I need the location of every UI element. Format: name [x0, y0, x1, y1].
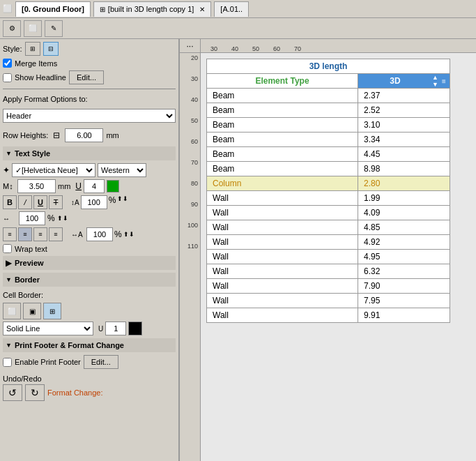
ruler-h-mark-70: 70 [287, 45, 308, 52]
cell-value: 2.52 [358, 103, 450, 118]
border-none-btn[interactable]: ⬜ [3, 303, 21, 319]
cell-value: 4.09 [358, 206, 450, 220]
char-spacing-input[interactable] [19, 211, 45, 225]
grid-view-btn[interactable]: ⊞ [25, 42, 40, 56]
table-body: Beam2.37Beam2.52Beam3.10Beam3.34Beam4.45… [207, 89, 450, 323]
table-row[interactable]: Wall7.95 [207, 294, 450, 308]
scroll-down-icon[interactable]: ▼ [432, 81, 438, 88]
table-row[interactable]: Beam4.45 [207, 147, 450, 162]
preview-section[interactable]: ▶ Preview [3, 256, 176, 270]
apply-format-select[interactable]: Header [3, 109, 176, 123]
charset-select[interactable]: Western [98, 163, 146, 177]
headline-edit-btn[interactable]: Edit... [69, 70, 104, 84]
enable-footer-checkbox[interactable] [3, 358, 12, 367]
cell-border-label: Cell Border: [3, 291, 43, 299]
merge-items-checkbox[interactable] [3, 59, 12, 68]
col-header-3d-wrapper: 3D ▲ ▼ ≡ [358, 74, 450, 89]
tab-3d-length[interactable]: ⊞ [built in 3D length copy 1] ✕ [93, 1, 212, 17]
cell-type: Beam [207, 162, 358, 176]
cell-type: Beam [207, 147, 358, 162]
left-panel: Style: ⊞ ⊟ Merge Items Show Headline Edi… [0, 39, 180, 461]
cell-type: Beam [207, 103, 358, 118]
table-row[interactable]: Wall4.09 [207, 206, 450, 220]
footer-edit-btn[interactable]: Edit... [84, 355, 118, 369]
tab-a01[interactable]: [A.01.. [214, 1, 249, 17]
table-row[interactable]: Wall1.99 [207, 191, 450, 206]
table-row[interactable]: Wall4.95 [207, 250, 450, 264]
border-color-swatch[interactable] [128, 322, 142, 335]
footer-section-header[interactable]: ▼ Print Footer & Format Change [3, 338, 176, 352]
align-row: ≡ ≡ ≡ ≡ ↔A % ⬆⬇ [3, 227, 176, 241]
cell-type: Column [207, 176, 358, 191]
undo-btn[interactable]: ↺ [3, 384, 22, 401]
cell-value: 2.80 [358, 176, 450, 191]
align-justify-btn[interactable]: ≡ [49, 227, 63, 241]
border-all-btn[interactable]: ⊞ [43, 303, 61, 319]
scroll-up-icon[interactable]: ▲ [432, 74, 438, 81]
table-row[interactable]: Wall7.90 [207, 279, 450, 294]
text-style-section-header[interactable]: ▼ Text Style [3, 146, 176, 160]
underline-input[interactable] [84, 179, 105, 193]
tab-ground-floor[interactable]: [0. Ground Floor] [15, 1, 91, 17]
spacing-row: ↔ % ⬆⬇ [3, 211, 176, 225]
table-row[interactable]: Beam8.98 [207, 162, 450, 176]
ruler-v-mark-40: 40 [180, 96, 200, 117]
table-row[interactable]: Beam3.34 [207, 133, 450, 147]
edit-button[interactable]: ✎ [45, 20, 63, 37]
select-button[interactable]: ⬜ [24, 20, 42, 37]
align-center-btn[interactable]: ≡ [18, 227, 32, 241]
right-panel: ··· 30 40 50 60 70 20 30 40 50 60 70 [180, 39, 476, 461]
line-style-select[interactable]: Solid Line [3, 322, 93, 335]
italic-btn[interactable]: / [18, 195, 32, 209]
show-headline-label: Show Headline [15, 73, 66, 82]
table-row[interactable]: Beam3.10 [207, 118, 450, 133]
col-header-3d[interactable]: 3D [358, 74, 432, 88]
text-color-swatch[interactable] [107, 180, 119, 192]
list-view-btn[interactable]: ⊟ [43, 42, 59, 56]
redo-btn[interactable]: ↻ [25, 384, 45, 401]
table-row[interactable]: Beam2.52 [207, 103, 450, 118]
line-style-row: Solid Line U [3, 322, 176, 335]
underline-btn[interactable]: U [33, 195, 47, 209]
toolbar: ⚙ ⬜ ✎ [0, 18, 476, 39]
align-left-btn[interactable]: ≡ [3, 227, 17, 241]
row-height-input[interactable] [65, 128, 103, 142]
format-buttons: B / U T ↕A % ⬆⬇ [3, 195, 176, 209]
table-row[interactable]: Wall4.92 [207, 235, 450, 250]
ruler-v-mark-70: 70 [180, 159, 200, 180]
table-row[interactable]: Wall9.91 [207, 308, 450, 323]
border-section-header[interactable]: ▼ Border [3, 273, 176, 287]
footer-label: Print Footer & Format Change [15, 340, 124, 351]
col-menu-icon[interactable]: ≡ [442, 77, 446, 85]
strikethrough-btn[interactable]: T [49, 195, 63, 209]
undo-section: Undo/Redo ↺ ↻ Format Change: [3, 372, 176, 401]
wrap-text-checkbox[interactable] [3, 244, 12, 253]
font-size-input[interactable] [17, 179, 56, 193]
table-row[interactable]: Beam2.37 [207, 89, 450, 103]
word-spacing-input[interactable] [86, 227, 113, 241]
undo-buttons-row: ↺ ↻ Format Change: [3, 384, 176, 401]
line-weight-input[interactable] [105, 322, 126, 335]
settings-button[interactable]: ⚙ [3, 20, 21, 37]
cell-type: Wall [207, 308, 358, 323]
row-heights-row: Row Heights: ⊟ mm [3, 127, 176, 144]
table-row[interactable]: Wall4.85 [207, 220, 450, 235]
col-header-type[interactable]: Element Type [207, 74, 358, 89]
cell-type: Beam [207, 133, 358, 147]
table-row[interactable]: Wall6.32 [207, 264, 450, 279]
font-select[interactable]: ✓[Helvetica Neue] [12, 163, 95, 177]
cell-type: Wall [207, 220, 358, 235]
dots-icon: ··· [186, 41, 193, 51]
bold-btn[interactable]: B [3, 195, 17, 209]
arrows-icon3: ⬆⬇ [123, 231, 135, 238]
row-height-unit: mm [106, 131, 118, 139]
cell-value: 4.85 [358, 220, 450, 235]
cell-value: 4.45 [358, 147, 450, 162]
close-icon[interactable]: ✕ [199, 6, 205, 13]
size-icon: M↕ [3, 182, 15, 190]
align-right-btn[interactable]: ≡ [33, 227, 47, 241]
line-spacing-input[interactable] [81, 195, 107, 209]
show-headline-checkbox[interactable] [3, 73, 12, 82]
border-outer-btn[interactable]: ▣ [23, 303, 41, 319]
table-row[interactable]: Column2.80 [207, 176, 450, 191]
